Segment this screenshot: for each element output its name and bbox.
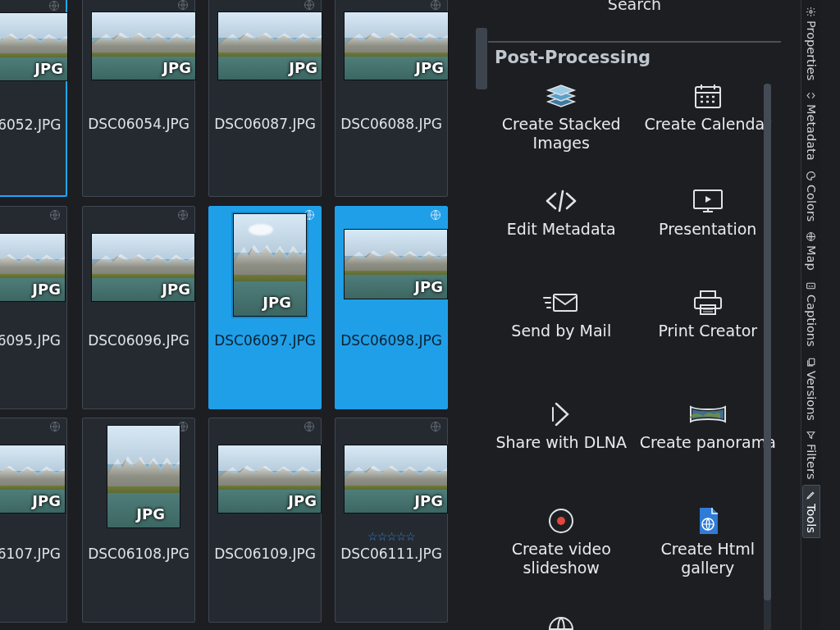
globe-icon <box>488 612 635 630</box>
tab-versions[interactable]: Versions <box>802 352 820 426</box>
tool-video-slideshow[interactable]: Create video slideshow <box>488 504 635 578</box>
tab-label: Metadata <box>805 104 818 161</box>
geo-icon <box>49 209 61 221</box>
thumb-filename: DSC06054.JPG <box>83 116 194 132</box>
tool-presentation[interactable]: Presentation <box>635 184 782 239</box>
thumb-cell[interactable]: JPG DSC06088.JPG <box>332 0 450 197</box>
tab-label: Map <box>805 245 818 271</box>
tool-edit-metadata[interactable]: Edit Metadata <box>488 184 635 239</box>
svg-rect-15 <box>695 298 721 308</box>
printer-icon <box>635 285 782 320</box>
thumbnail-image: JPG <box>91 233 195 302</box>
format-badge: JPG <box>162 281 190 298</box>
geo-icon <box>430 0 441 11</box>
thumb-cell[interactable]: JPG DSC06108.JPG <box>80 418 198 623</box>
rating-stars[interactable]: ☆☆☆☆☆ <box>336 530 447 543</box>
thumbnail-image: JPG <box>344 11 449 80</box>
thumbnail-image: JPG <box>344 445 448 514</box>
thumb-cell[interactable]: JPG DSC06054.JPG <box>80 0 198 197</box>
format-badge: JPG <box>136 505 165 523</box>
pencil-icon <box>806 490 816 500</box>
thumbnail-scrollbar[interactable] <box>476 28 487 89</box>
tab-tools[interactable]: Tools <box>802 485 820 538</box>
thumbnail-image: JPG <box>107 425 180 528</box>
tool-label: Create Html gallery <box>635 540 782 578</box>
thumbnail-image: JPG <box>0 233 66 302</box>
tool-create-stacked-images[interactable]: Create Stacked Images <box>488 79 635 153</box>
thumb-filename: DSC06052.JPG <box>0 116 66 133</box>
funnel-icon <box>806 430 816 441</box>
gear-icon <box>806 7 816 17</box>
tool-label: Share with DLNA <box>488 433 635 452</box>
geo-icon <box>177 209 189 221</box>
thumb-cell[interactable]: JPG DSC06087.JPG <box>206 0 324 197</box>
thumb-filename: DSC06097.JPG <box>209 332 321 349</box>
post-processing-title: Post-Processing <box>488 43 781 74</box>
tab-label: Captions <box>805 294 818 347</box>
tab-metadata[interactable]: Metadata <box>802 85 820 166</box>
tab-label: Tools <box>805 504 818 533</box>
tab-properties[interactable]: Properties <box>802 2 820 85</box>
svg-rect-14 <box>554 294 577 311</box>
geo-icon <box>430 209 441 221</box>
tool-label: Create panorama <box>635 433 782 452</box>
tab-filters[interactable]: Filters <box>802 425 820 484</box>
tab-colors[interactable]: Colors <box>802 166 820 226</box>
format-badge: JPG <box>414 492 443 509</box>
tool-label: Create Calendar <box>635 115 782 134</box>
thumb-filename: DSC06096.JPG <box>83 332 194 349</box>
tool-send-by-mail[interactable]: Send by Mail <box>488 285 635 340</box>
geo-icon <box>304 421 315 432</box>
tab-label: Colors <box>805 185 818 221</box>
svg-point-18 <box>557 517 565 525</box>
thumb-filename: DSC06098.JPG <box>336 332 447 349</box>
tool-label: Create Stacked Images <box>488 115 635 153</box>
geo-icon <box>49 421 61 432</box>
tool-print-creator[interactable]: Print Creator <box>635 285 782 340</box>
tab-captions[interactable]: Captions <box>802 276 820 352</box>
format-badge: JPG <box>32 492 61 509</box>
search-label[interactable]: Search <box>488 0 781 10</box>
svg-point-20 <box>550 618 573 630</box>
thumb-cell[interactable]: JPG DSC06095.JPG <box>0 206 70 409</box>
globe-icon <box>806 231 816 242</box>
format-badge: JPG <box>415 59 444 76</box>
dlna-icon <box>488 397 635 431</box>
tab-map[interactable]: Map <box>802 226 820 276</box>
thumb-filename: DSC06109.JPG <box>209 546 321 562</box>
record-icon <box>488 504 635 538</box>
geo-icon <box>430 421 441 432</box>
tool-share-dlna[interactable]: Share with DLNA <box>488 397 635 452</box>
code-icon <box>488 184 635 218</box>
thumbnail-image: JPG <box>91 11 196 80</box>
thumb-cell[interactable]: JPG DSC06098.JPG <box>332 206 450 409</box>
palette-icon <box>806 171 816 181</box>
tool-label: Presentation <box>635 220 782 239</box>
panorama-icon <box>635 397 782 431</box>
geo-icon <box>177 0 189 11</box>
thumbnail-image: JPG <box>217 11 322 80</box>
thumb-cell[interactable]: JPG DSC06109.JPG <box>206 418 324 623</box>
svg-point-21 <box>810 11 812 13</box>
tools-scrollbar[interactable] <box>764 84 771 630</box>
tool-more[interactable] <box>488 612 635 630</box>
tool-html-gallery[interactable]: Create Html gallery <box>635 504 782 578</box>
geo-icon <box>48 0 60 11</box>
format-badge: JPG <box>289 59 317 76</box>
thumb-cell[interactable]: JPG DSC06107.JPG <box>0 418 70 623</box>
tool-label: Create video slideshow <box>488 540 635 578</box>
tool-create-calendar[interactable]: Create Calendar <box>635 79 782 134</box>
post-processing-section: Post-Processing Create Stacked Images Cr… <box>488 41 781 630</box>
thumb-filename: DSC06108.JPG <box>83 546 194 562</box>
thumb-cell[interactable]: JPG DSC06096.JPG <box>80 206 198 409</box>
geo-icon <box>304 0 315 11</box>
format-badge: JPG <box>414 278 443 295</box>
svg-rect-23 <box>807 283 815 289</box>
tool-create-panorama[interactable]: Create panorama <box>635 397 782 452</box>
thumbnail-image: JPG <box>0 445 66 514</box>
svg-rect-24 <box>809 358 815 365</box>
thumb-cell[interactable]: JPG ☆☆☆☆☆ DSC06111.JPG <box>332 418 450 623</box>
thumb-cell[interactable]: JPG DSC06052.JPG <box>0 0 70 197</box>
tab-label: Versions <box>805 371 818 421</box>
thumb-cell[interactable]: JPG DSC06097.JPG <box>206 206 324 409</box>
